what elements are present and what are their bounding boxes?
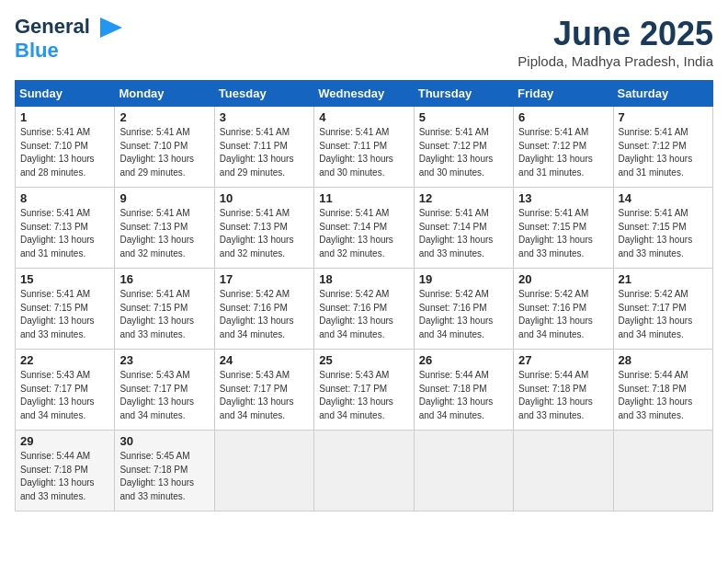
day-info-17: Sunrise: 5:42 AMSunset: 7:16 PMDaylight:… <box>220 288 309 341</box>
location-title: Piploda, Madhya Pradesh, India <box>518 53 713 69</box>
day-info-27: Sunrise: 5:44 AMSunset: 7:18 PMDaylight:… <box>518 369 608 422</box>
day-number-17: 17 <box>220 272 309 286</box>
day-cell-18: 18Sunrise: 5:42 AMSunset: 7:16 PMDayligh… <box>314 269 414 350</box>
day-cell-4: 4Sunrise: 5:41 AMSunset: 7:11 PMDaylight… <box>314 107 414 188</box>
day-cell-19: 19Sunrise: 5:42 AMSunset: 7:16 PMDayligh… <box>414 269 513 350</box>
day-info-6: Sunrise: 5:41 AMSunset: 7:12 PMDaylight:… <box>518 126 608 179</box>
weekday-header-tuesday: Tuesday <box>214 81 313 107</box>
day-cell-2: 2Sunrise: 5:41 AMSunset: 7:10 PMDaylight… <box>115 107 214 188</box>
day-number-6: 6 <box>518 110 608 124</box>
day-cell-1: 1Sunrise: 5:41 AMSunset: 7:10 PMDaylight… <box>16 107 115 188</box>
empty-cell <box>613 431 712 511</box>
day-number-15: 15 <box>20 272 109 286</box>
logo-text-general: General <box>15 15 90 39</box>
day-cell-17: 17Sunrise: 5:42 AMSunset: 7:16 PMDayligh… <box>214 269 313 350</box>
day-number-30: 30 <box>119 434 209 448</box>
day-number-14: 14 <box>619 191 708 205</box>
day-cell-16: 16Sunrise: 5:41 AMSunset: 7:15 PMDayligh… <box>115 269 214 350</box>
header: General Blue June 2025 Piploda, Madhya P… <box>15 15 713 69</box>
day-info-1: Sunrise: 5:41 AMSunset: 7:10 PMDaylight:… <box>20 126 109 179</box>
day-info-4: Sunrise: 5:41 AMSunset: 7:11 PMDaylight:… <box>319 126 408 179</box>
weekday-header-friday: Friday <box>514 81 613 107</box>
weekday-header-monday: Monday <box>115 81 214 107</box>
day-cell-6: 6Sunrise: 5:41 AMSunset: 7:12 PMDaylight… <box>514 107 613 188</box>
day-info-23: Sunrise: 5:43 AMSunset: 7:17 PMDaylight:… <box>119 369 209 422</box>
day-cell-9: 9Sunrise: 5:41 AMSunset: 7:13 PMDaylight… <box>115 188 214 269</box>
day-number-26: 26 <box>419 353 508 367</box>
day-info-19: Sunrise: 5:42 AMSunset: 7:16 PMDaylight:… <box>419 288 508 341</box>
day-cell-26: 26Sunrise: 5:44 AMSunset: 7:18 PMDayligh… <box>414 350 513 431</box>
day-cell-11: 11Sunrise: 5:41 AMSunset: 7:14 PMDayligh… <box>314 188 414 269</box>
calendar-header-row: SundayMondayTuesdayWednesdayThursdayFrid… <box>16 81 713 107</box>
logo-icon <box>93 17 122 38</box>
day-info-13: Sunrise: 5:41 AMSunset: 7:15 PMDaylight:… <box>518 207 608 260</box>
day-cell-15: 15Sunrise: 5:41 AMSunset: 7:15 PMDayligh… <box>16 269 115 350</box>
day-number-28: 28 <box>619 353 708 367</box>
day-info-12: Sunrise: 5:41 AMSunset: 7:14 PMDaylight:… <box>419 207 508 260</box>
day-info-14: Sunrise: 5:41 AMSunset: 7:15 PMDaylight:… <box>619 207 708 260</box>
day-cell-10: 10Sunrise: 5:41 AMSunset: 7:13 PMDayligh… <box>214 188 313 269</box>
day-number-13: 13 <box>518 191 608 205</box>
day-cell-14: 14Sunrise: 5:41 AMSunset: 7:15 PMDayligh… <box>613 188 712 269</box>
day-info-11: Sunrise: 5:41 AMSunset: 7:14 PMDaylight:… <box>319 207 408 260</box>
day-info-25: Sunrise: 5:43 AMSunset: 7:17 PMDaylight:… <box>319 369 408 422</box>
day-number-10: 10 <box>220 191 309 205</box>
day-number-2: 2 <box>119 110 209 124</box>
day-cell-13: 13Sunrise: 5:41 AMSunset: 7:15 PMDayligh… <box>514 188 613 269</box>
title-area: June 2025 Piploda, Madhya Pradesh, India <box>518 15 713 69</box>
day-info-26: Sunrise: 5:44 AMSunset: 7:18 PMDaylight:… <box>419 369 508 422</box>
day-info-30: Sunrise: 5:45 AMSunset: 7:18 PMDaylight:… <box>119 450 209 503</box>
logo-text-blue: Blue <box>15 39 59 62</box>
day-info-29: Sunrise: 5:44 AMSunset: 7:18 PMDaylight:… <box>20 450 109 503</box>
day-info-22: Sunrise: 5:43 AMSunset: 7:17 PMDaylight:… <box>20 369 109 422</box>
day-info-5: Sunrise: 5:41 AMSunset: 7:12 PMDaylight:… <box>419 126 508 179</box>
day-info-10: Sunrise: 5:41 AMSunset: 7:13 PMDaylight:… <box>220 207 309 260</box>
empty-cell <box>214 431 313 511</box>
day-number-1: 1 <box>20 110 109 124</box>
day-number-21: 21 <box>619 272 708 286</box>
day-cell-25: 25Sunrise: 5:43 AMSunset: 7:17 PMDayligh… <box>314 350 414 431</box>
day-cell-29: 29Sunrise: 5:44 AMSunset: 7:18 PMDayligh… <box>16 431 115 511</box>
week-row-4: 22Sunrise: 5:43 AMSunset: 7:17 PMDayligh… <box>16 350 713 431</box>
week-row-3: 15Sunrise: 5:41 AMSunset: 7:15 PMDayligh… <box>16 269 713 350</box>
day-info-20: Sunrise: 5:42 AMSunset: 7:16 PMDaylight:… <box>518 288 608 341</box>
day-number-23: 23 <box>119 353 209 367</box>
empty-cell <box>514 431 613 511</box>
day-number-29: 29 <box>20 434 109 448</box>
day-cell-23: 23Sunrise: 5:43 AMSunset: 7:17 PMDayligh… <box>115 350 214 431</box>
day-info-9: Sunrise: 5:41 AMSunset: 7:13 PMDaylight:… <box>119 207 209 260</box>
empty-cell <box>414 431 513 511</box>
day-cell-20: 20Sunrise: 5:42 AMSunset: 7:16 PMDayligh… <box>514 269 613 350</box>
calendar: SundayMondayTuesdayWednesdayThursdayFrid… <box>15 80 713 511</box>
day-info-28: Sunrise: 5:44 AMSunset: 7:18 PMDaylight:… <box>619 369 708 422</box>
day-number-20: 20 <box>518 272 608 286</box>
day-info-2: Sunrise: 5:41 AMSunset: 7:10 PMDaylight:… <box>119 126 209 179</box>
weekday-header-saturday: Saturday <box>613 81 712 107</box>
day-number-3: 3 <box>220 110 309 124</box>
day-cell-22: 22Sunrise: 5:43 AMSunset: 7:17 PMDayligh… <box>16 350 115 431</box>
day-cell-27: 27Sunrise: 5:44 AMSunset: 7:18 PMDayligh… <box>514 350 613 431</box>
day-number-8: 8 <box>20 191 109 205</box>
weekday-header-wednesday: Wednesday <box>314 81 414 107</box>
day-number-18: 18 <box>319 272 408 286</box>
day-info-24: Sunrise: 5:43 AMSunset: 7:17 PMDaylight:… <box>220 369 309 422</box>
day-cell-12: 12Sunrise: 5:41 AMSunset: 7:14 PMDayligh… <box>414 188 513 269</box>
day-cell-21: 21Sunrise: 5:42 AMSunset: 7:17 PMDayligh… <box>613 269 712 350</box>
month-title: June 2025 <box>518 15 713 53</box>
weekday-header-sunday: Sunday <box>16 81 115 107</box>
day-info-7: Sunrise: 5:41 AMSunset: 7:12 PMDaylight:… <box>619 126 708 179</box>
day-info-3: Sunrise: 5:41 AMSunset: 7:11 PMDaylight:… <box>220 126 309 179</box>
day-number-19: 19 <box>419 272 508 286</box>
day-cell-5: 5Sunrise: 5:41 AMSunset: 7:12 PMDaylight… <box>414 107 513 188</box>
svg-marker-0 <box>100 17 122 38</box>
day-info-18: Sunrise: 5:42 AMSunset: 7:16 PMDaylight:… <box>319 288 408 341</box>
day-number-16: 16 <box>119 272 209 286</box>
week-row-2: 8Sunrise: 5:41 AMSunset: 7:13 PMDaylight… <box>16 188 713 269</box>
day-number-9: 9 <box>119 191 209 205</box>
day-cell-30: 30Sunrise: 5:45 AMSunset: 7:18 PMDayligh… <box>115 431 214 511</box>
day-cell-3: 3Sunrise: 5:41 AMSunset: 7:11 PMDaylight… <box>214 107 313 188</box>
day-number-12: 12 <box>419 191 508 205</box>
day-cell-8: 8Sunrise: 5:41 AMSunset: 7:13 PMDaylight… <box>16 188 115 269</box>
day-number-7: 7 <box>619 110 708 124</box>
day-number-4: 4 <box>319 110 408 124</box>
